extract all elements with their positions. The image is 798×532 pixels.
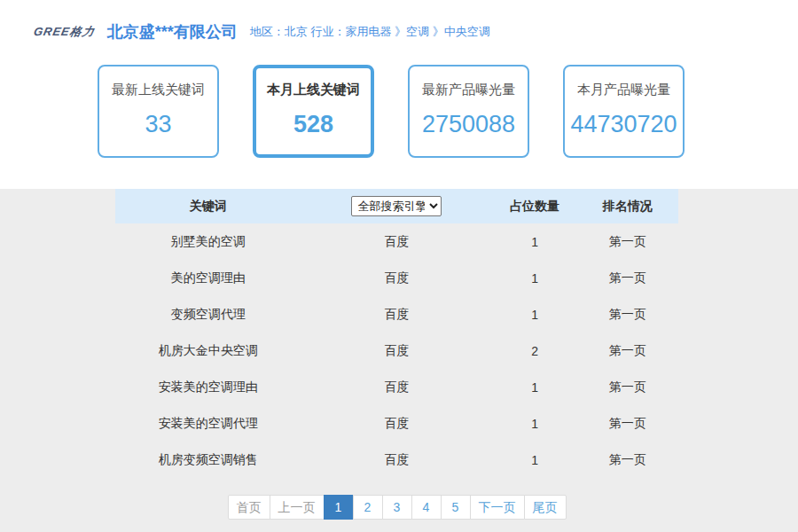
header-ranking: 排名情况 — [577, 199, 678, 215]
cell-keyword: 安装美的空调代理 — [115, 416, 301, 432]
cell-rank: 第一页 — [577, 379, 678, 395]
gree-logo: GREE格力 — [32, 24, 97, 40]
cell-count: 1 — [492, 380, 576, 395]
cell-engine: 百度 — [301, 452, 493, 468]
header-bar: GREE格力 北京盛***有限公司 地区：北京 行业：家用电器 》空调 》中央空… — [34, 21, 490, 43]
cell-engine: 百度 — [301, 270, 493, 286]
card-label: 最新上线关键词 — [99, 82, 217, 98]
cell-keyword: 安装美的空调理由 — [115, 379, 301, 395]
cell-engine: 百度 — [301, 416, 493, 432]
cell-engine: 百度 — [301, 343, 493, 359]
pagination-first[interactable]: 首页 — [228, 495, 270, 520]
pagination-page-3[interactable]: 3 — [382, 495, 412, 520]
card-label: 最新产品曝光量 — [410, 82, 528, 98]
cell-count: 1 — [492, 235, 576, 249]
table-row: 变频空调代理 百度 1 第一页 — [115, 296, 678, 332]
cell-count: 1 — [492, 453, 576, 467]
breadcrumb: 地区：北京 行业：家用电器 》空调 》中央空调 — [250, 24, 490, 40]
table-row: 机房变频空调销售 百度 1 第一页 — [115, 442, 678, 478]
card-label: 本月上线关键词 — [256, 82, 371, 98]
cell-rank: 第一页 — [577, 234, 678, 250]
cell-count: 1 — [492, 417, 576, 431]
card-latest-keywords[interactable]: 最新上线关键词 33 — [98, 65, 219, 158]
bottom-section: 关键词 全部搜索引擎 占位数量 排名情况 别墅美的空调 百度 1 第一页 美的空… — [0, 189, 798, 532]
card-value: 44730720 — [565, 111, 683, 138]
table-row: 机房大金中央空调 百度 2 第一页 — [115, 332, 678, 369]
card-value: 2750088 — [410, 111, 528, 138]
dashboard-page: GREE格力 北京盛***有限公司 地区：北京 行业：家用电器 》空调 》中央空… — [0, 0, 798, 532]
cell-rank: 第一页 — [577, 270, 678, 286]
table-row: 美的空调理由 百度 1 第一页 — [115, 260, 678, 296]
stat-cards: 最新上线关键词 33 本月上线关键词 528 最新产品曝光量 2750088 本… — [98, 65, 718, 158]
cell-keyword: 美的空调理由 — [115, 270, 301, 286]
pagination-last[interactable]: 尾页 — [524, 495, 567, 520]
engine-filter-select[interactable]: 全部搜索引擎 — [351, 196, 442, 216]
cell-rank: 第一页 — [577, 343, 678, 359]
cell-engine: 百度 — [301, 379, 493, 395]
table-row: 安装美的空调代理 百度 1 第一页 — [115, 405, 678, 442]
pagination-page-4[interactable]: 4 — [411, 495, 442, 520]
card-latest-exposure[interactable]: 最新产品曝光量 2750088 — [408, 65, 529, 158]
cell-keyword: 别墅美的空调 — [115, 234, 301, 250]
cell-rank: 第一页 — [577, 452, 678, 468]
cell-rank: 第一页 — [577, 416, 678, 432]
table-header-row: 关键词 全部搜索引擎 占位数量 排名情况 — [115, 189, 678, 223]
cell-count: 1 — [492, 271, 576, 286]
table-row: 别墅美的空调 百度 1 第一页 — [115, 223, 678, 260]
pagination-prev[interactable]: 上一页 — [270, 495, 325, 520]
card-label: 本月产品曝光量 — [565, 82, 683, 98]
pagination-page-5[interactable]: 5 — [441, 495, 471, 520]
card-month-keywords[interactable]: 本月上线关键词 528 — [253, 65, 374, 158]
header-engine-filter: 全部搜索引擎 — [301, 196, 493, 216]
top-section: GREE格力 北京盛***有限公司 地区：北京 行业：家用电器 》空调 》中央空… — [0, 0, 798, 189]
cell-engine: 百度 — [301, 234, 493, 250]
pagination-page-1[interactable]: 1 — [324, 495, 354, 520]
cell-keyword: 机房大金中央空调 — [115, 343, 301, 359]
card-value: 528 — [256, 111, 371, 138]
table-row: 安装美的空调理由 百度 1 第一页 — [115, 369, 678, 405]
cell-rank: 第一页 — [577, 307, 678, 323]
pagination-page-2[interactable]: 2 — [353, 495, 383, 520]
pagination: 首页 上一页 1 2 3 4 5 下一页 尾页 — [115, 495, 678, 520]
cell-keyword: 机房变频空调销售 — [115, 452, 301, 468]
header-occupancy: 占位数量 — [492, 199, 576, 215]
keyword-table: 关键词 全部搜索引擎 占位数量 排名情况 别墅美的空调 百度 1 第一页 美的空… — [115, 189, 678, 478]
card-value: 33 — [99, 111, 217, 138]
cell-keyword: 变频空调代理 — [115, 307, 301, 323]
cell-count: 2 — [492, 344, 576, 358]
cell-count: 1 — [492, 308, 576, 322]
header-keyword: 关键词 — [115, 199, 301, 215]
cell-engine: 百度 — [301, 307, 493, 323]
company-name: 北京盛***有限公司 — [107, 21, 238, 43]
pagination-next[interactable]: 下一页 — [470, 495, 525, 520]
card-month-exposure[interactable]: 本月产品曝光量 44730720 — [563, 65, 685, 158]
